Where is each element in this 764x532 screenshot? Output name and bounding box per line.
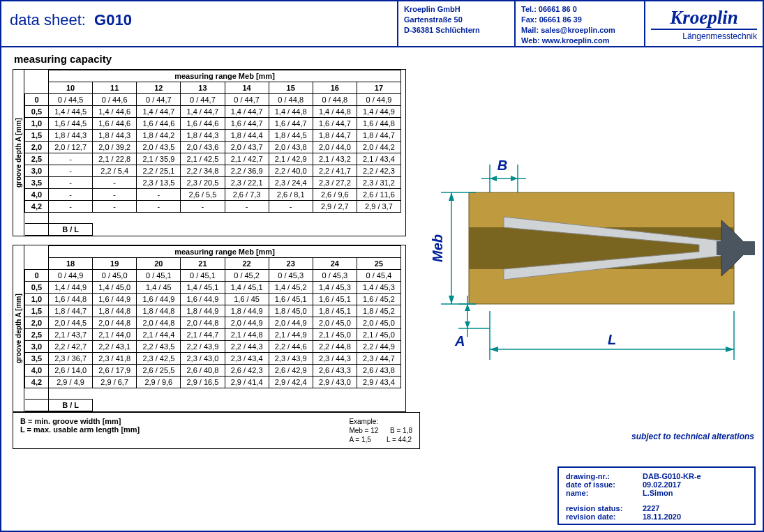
cell: 1,4 / 44,7 — [225, 106, 269, 118]
cell: 1,4 / 44,7 — [181, 106, 225, 118]
cell: 2,0 / 44,2 — [357, 142, 400, 153]
cell: 2,3 / 43,4 — [225, 353, 269, 365]
info-k5: revision date: — [566, 512, 643, 521]
cell: 1,8 / 44,4 — [225, 130, 269, 142]
dim-b-label: B — [497, 158, 507, 173]
capacity-table-2: measuring range Meb [mm]1819202122232425… — [24, 245, 401, 411]
contact-fax: Fax: 06661 86 39 — [521, 15, 582, 24]
company-address: Kroeplin GmbH Gartenstraße 50 D-36381 Sc… — [397, 1, 514, 46]
cell: 2,1 / 42,7 — [225, 153, 269, 165]
cell: 2,1 / 43,7 — [49, 329, 93, 341]
col-header: 23 — [269, 258, 313, 270]
col-header: 14 — [225, 82, 269, 94]
cell: 1,4 / 44,5 — [49, 106, 93, 118]
cell: 2,1 / 44,0 — [93, 329, 137, 341]
cell: 1,8 / 44,8 — [93, 305, 137, 317]
cell: 0 / 45,3 — [313, 270, 357, 282]
cell: 1,4 / 44,9 — [357, 106, 400, 118]
cell: 0 / 45,3 — [269, 270, 313, 282]
cell: 1,6 / 44,9 — [181, 294, 225, 305]
cell: 2,2 / 43,9 — [181, 341, 225, 353]
svg-marker-18 — [465, 321, 470, 328]
cell: 1,6 / 44,6 — [181, 118, 225, 130]
contact-tel: Tel.: 06661 86 0 — [521, 5, 577, 13]
cell: 2,6 / 11,6 — [357, 189, 400, 201]
cell: 1,8 / 44,5 — [269, 130, 313, 142]
company-contact: Tel.: 06661 86 0 Fax: 06661 86 39 Mail: … — [514, 1, 644, 46]
cell: 2,1 / 42,9 — [269, 153, 313, 165]
cell: 2,3 / 31,2 — [357, 177, 400, 189]
cell: 1,6 / 45,1 — [313, 294, 357, 305]
example-line2: A = 1,5 L = 44,2 — [349, 436, 412, 443]
cell: - — [93, 189, 137, 201]
info-v5: 18.11.2020 — [643, 512, 681, 521]
cell: - — [49, 201, 93, 213]
col-header: 21 — [181, 258, 225, 270]
cell: 1,4 / 44,6 — [93, 106, 137, 118]
cell: 2,2 / 44,3 — [225, 341, 269, 353]
cell: - — [93, 177, 137, 189]
cell: 0 / 44,9 — [49, 270, 93, 282]
cell: 1,4 / 45,3 — [357, 282, 400, 294]
cell: 2,2 / 36,9 — [225, 165, 269, 177]
cell: - — [137, 201, 181, 213]
mail-link[interactable]: sales@kroeplin.com — [541, 26, 615, 34]
cell: 1,6 / 44,8 — [49, 294, 93, 305]
row-header: 3,0 — [25, 341, 49, 353]
cell: 2,6 / 25,5 — [137, 365, 181, 377]
dim-meb-label: Meb — [430, 234, 445, 262]
cell: 1,6 / 44,5 — [49, 118, 93, 130]
cell: 1,4 / 45,1 — [225, 282, 269, 294]
cell: 2,6 / 5,5 — [181, 189, 225, 201]
cell: 2,1 / 44,4 — [137, 329, 181, 341]
cell: 2,2 / 44,8 — [313, 341, 357, 353]
cell: 1,8 / 44,7 — [49, 305, 93, 317]
cell: - — [269, 201, 313, 213]
cell: 2,0 / 44,0 — [313, 142, 357, 153]
row-header: 4,0 — [25, 365, 49, 377]
svg-marker-7 — [490, 176, 497, 181]
row-header: 1,5 — [25, 130, 49, 142]
cell: 2,9 / 16,5 — [181, 377, 225, 388]
cell: 2,9 / 42,4 — [269, 377, 313, 388]
row-header: 3,0 — [25, 165, 49, 177]
cell: 2,2 / 25,1 — [137, 165, 181, 177]
web-link[interactable]: www.kroeplin.com — [542, 36, 610, 45]
svg-rect-3 — [717, 241, 755, 255]
svg-marker-17 — [465, 304, 470, 311]
row-header: 0 — [25, 270, 49, 282]
alteration-note: subject to technical alterations — [631, 432, 754, 441]
col-header: 25 — [357, 258, 400, 270]
cell: 2,1 / 35,9 — [137, 153, 181, 165]
cell: 2,1 / 45,0 — [357, 329, 400, 341]
cell: 2,0 / 43,6 — [181, 142, 225, 153]
svg-marker-13 — [449, 296, 454, 304]
cell: 1,6 / 44,7 — [269, 118, 313, 130]
info-k3: name: — [566, 489, 643, 497]
cell: 2,1 / 45,0 — [313, 329, 357, 341]
svg-marker-12 — [449, 192, 454, 201]
page-title: data sheet: G010 — [1, 1, 397, 46]
cell: 1,4 / 45 — [137, 282, 181, 294]
cell: 2,6 / 42,3 — [225, 365, 269, 377]
cell: 0 / 44,7 — [137, 94, 181, 106]
info-k2: date of issue: — [566, 480, 643, 489]
cell: 0 / 44,6 — [93, 94, 137, 106]
row-header: 2,0 — [25, 142, 49, 153]
company-name: Kroeplin GmbH — [404, 5, 460, 13]
cell: 2,3 / 36,7 — [49, 353, 93, 365]
cell: 0 / 44,8 — [313, 94, 357, 106]
col-header: 10 — [49, 82, 93, 94]
cell: - — [93, 201, 137, 213]
col-header: 12 — [137, 82, 181, 94]
row-header: 3,5 — [25, 177, 49, 189]
cell: - — [49, 189, 93, 201]
cell: 0 / 44,7 — [181, 94, 225, 106]
info-v1: DAB-G010-KR-e — [643, 472, 701, 480]
cell: - — [225, 201, 269, 213]
figure-section: B Meb A L — [420, 46, 763, 531]
cell: 1,6 / 45,2 — [357, 294, 400, 305]
table1-axis-label: groove depth A [mm] — [13, 70, 24, 236]
cell: 2,9 / 43,4 — [357, 377, 400, 388]
cell: 1,8 / 44,2 — [137, 130, 181, 142]
